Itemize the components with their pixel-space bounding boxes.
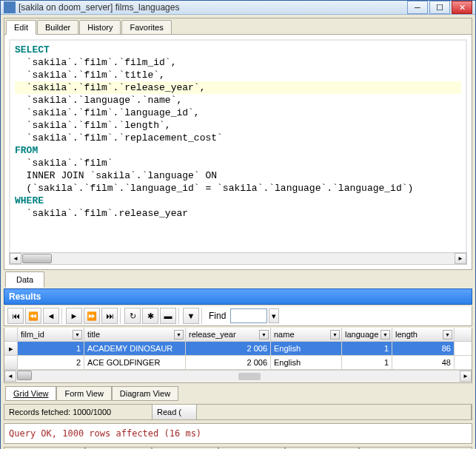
scroll-left-icon[interactable]: ◄ [4,371,16,382]
tab-builder[interactable]: Builder [37,20,78,34]
row-indicator-icon: ▸ [4,342,18,355]
results-header: Results [4,288,472,305]
cell-film-id[interactable]: 2 [18,356,84,369]
cell-name[interactable]: English [271,342,342,355]
editor-tabs: Edit Builder History Favorites [4,18,472,35]
window: [sakila on doom_server] films_languages … [0,0,476,449]
col-title[interactable]: title▼ [84,328,186,341]
maximize-button[interactable]: ☐ [429,1,450,14]
grid-row[interactable]: ▸ 1 ACADEMY DINOSAUR 2 006 English 1 86 [4,342,472,356]
filter-icon[interactable]: ▼ [183,308,199,324]
tab-history[interactable]: History [79,20,121,34]
chevron-down-icon[interactable]: ▼ [259,330,269,340]
prev-record-icon[interactable]: ◄ [43,308,59,324]
records-row: Records fetched: 1000/1000 Read ( [4,404,472,420]
tab-favorites[interactable]: Favorites [121,20,171,34]
scroll-thumb[interactable] [17,371,32,380]
add-record-icon[interactable]: ✱ [142,308,158,324]
col-length[interactable]: length▼ [392,328,455,341]
title-bar[interactable]: [sakila on doom_server] films_languages … [1,1,475,15]
cell-language[interactable]: 1 [342,356,392,369]
grid-view-button[interactable]: Grid View [5,386,56,401]
scroll-right-icon[interactable]: ► [460,371,472,382]
scroll-left-icon[interactable]: ◄ [10,253,21,264]
col-name[interactable]: name▼ [271,328,342,341]
next-record-icon[interactable]: ► [66,308,82,324]
sql-editor[interactable]: SELECT `sakila`.`film`.`film_id`, `sakil… [9,39,467,265]
cell-length[interactable]: 48 [392,356,455,369]
form-view-button[interactable]: Form View [56,386,111,401]
minimize-button[interactable]: ─ [407,1,428,14]
cell-film-id[interactable]: 1 [18,342,84,355]
data-tabs: Data [4,271,472,287]
scroll-grip-icon[interactable] [238,373,261,380]
chevron-down-icon[interactable]: ▼ [443,330,452,340]
tab-edit[interactable]: Edit [6,20,36,35]
refresh-icon[interactable]: ↻ [124,308,141,324]
cell-release-year[interactable]: 2 006 [186,342,271,355]
row-indicator [4,356,18,369]
read-button[interactable]: Read ( [152,405,197,419]
grid-row[interactable]: 2 ACE GOLDFINGER 2 006 English 1 48 [4,356,472,370]
chevron-down-icon[interactable]: ▼ [381,330,390,340]
query-message: Query OK, 1000 rows affected (16 ms) [4,423,472,444]
diagram-view-button[interactable]: Diagram View [112,386,178,401]
delete-record-icon[interactable]: ▬ [160,308,176,324]
grid-header: film_id▼ title▼ release_year▼ name▼ lang… [4,328,472,342]
cell-length[interactable]: 86 [392,342,455,355]
app-icon [4,1,16,13]
editor-scroll-h[interactable]: ◄ ► [9,252,467,265]
chevron-down-icon[interactable]: ▼ [73,330,82,340]
col-release-year[interactable]: release_year▼ [186,328,271,341]
cell-name[interactable]: English [271,356,342,369]
scroll-thumb[interactable] [22,254,52,263]
scroll-right-icon[interactable]: ► [455,253,466,264]
close-button[interactable]: ✕ [452,1,472,14]
chevron-down-icon[interactable]: ▼ [174,330,184,340]
window-title: [sakila on doom_server] films_languages [19,2,407,13]
view-buttons: Grid View Form View Diagram View [4,385,472,402]
col-language[interactable]: language▼ [342,328,392,341]
prev-page-icon[interactable]: ⏪ [25,308,41,324]
col-film-id[interactable]: film_id▼ [18,328,84,341]
row-header-corner [4,328,18,341]
cell-title[interactable]: ACADEMY DINOSAUR [84,342,186,355]
chevron-down-icon[interactable]: ▼ [330,330,340,340]
first-record-icon[interactable]: ⏮ [7,308,24,324]
grid-scroll-h[interactable]: ◄ ► [4,370,472,382]
find-dropdown-icon[interactable]: ▾ [269,308,279,323]
results-grid: film_id▼ title▼ release_year▼ name▼ lang… [4,328,472,383]
find-input[interactable] [230,308,267,323]
grid-toolbar: ⏮ ⏪ ◄ ► ⏩ ⏭ ↻ ✱ ▬ ▼ Find ▾ [4,306,472,326]
next-page-icon[interactable]: ⏩ [84,308,100,324]
last-record-icon[interactable]: ⏭ [101,308,118,324]
find-label: Find [209,311,226,321]
editor-panel: Edit Builder History Favorites SELECT `s… [4,18,472,270]
cell-release-year[interactable]: 2 006 [186,356,271,369]
tab-data[interactable]: Data [5,271,44,288]
cell-title[interactable]: ACE GOLDFINGER [84,356,186,369]
cell-language[interactable]: 1 [342,342,392,355]
records-fetched: Records fetched: 1000/1000 [4,405,152,419]
